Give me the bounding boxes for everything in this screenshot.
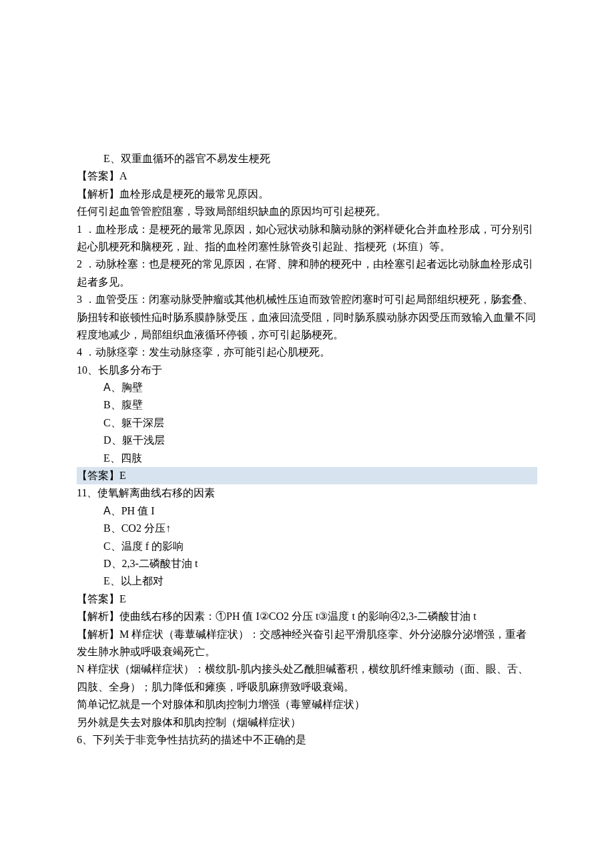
analysis-line: 【解析】血栓形成是梗死的最常见原因。 [77, 185, 537, 203]
analysis-line: 2 ．动脉栓塞：也是梗死的常见原因，在肾、脾和肺的梗死中，由栓塞引起者远比动脉血… [77, 256, 537, 291]
analysis-line: 1 ．血栓形成：是梗死的最常见原因，如心冠状动脉和脑动脉的粥样硬化合并血栓形成，… [77, 221, 537, 256]
analysis-line: 4 ．动脉痉挛：发生动脉痉挛，亦可能引起心肌梗死。 [77, 344, 537, 361]
question-10: 10、长肌多分布于 [77, 362, 537, 379]
analysis-line: 另外就是失去对腺体和肌肉控制（烟碱样症状） [77, 714, 537, 731]
analysis-line: 简单记忆就是一个对腺体和肌肉控制力增强（毒簟碱样症状） [77, 696, 537, 713]
option-c: C、温度 f 的影响 [77, 538, 537, 555]
analysis-line: 任何引起血管管腔阻塞，导致局部组织缺血的原因均可引起梗死。 [77, 203, 537, 220]
option-d: D、躯干浅层 [77, 432, 537, 449]
option-text: 、PH 值 I [111, 505, 155, 516]
analysis-line: 【解析】M 样症状（毒蕈碱样症状）：交感神经兴奋引起平滑肌痉挛、外分泌腺分泌增强… [77, 626, 537, 661]
option-a: A、PH 值 I [77, 502, 537, 520]
analysis-line: N 样症状（烟碱样症状）：横纹肌-肌内接头处乙酰胆碱蓄积，横纹肌纤维束颤动（面、… [77, 661, 537, 696]
answer-block-highlighted: 【答案】E [77, 467, 537, 484]
answer-block: 【答案】E [77, 590, 537, 608]
document-page: E、双重血循环的器官不易发生梗死 【答案】A 【解析】血栓形成是梗死的最常见原因… [0, 0, 614, 842]
option-text: 、胸壁 [111, 382, 143, 393]
option-d: D、2,3-二磷酸甘油 t [77, 555, 537, 572]
option-e: E、双重血循环的器官不易发生梗死 [77, 150, 537, 167]
option-letter: A [103, 505, 111, 516]
answer-block: 【答案】A [77, 167, 537, 185]
question-6: 6、下列关于非竞争性拮抗药的描述中不正确的是 [77, 731, 537, 749]
analysis-line: 3 ．血管受压：闭塞动脉受肿瘤或其他机械性压迫而致管腔闭塞时可引起局部组织梗死，… [77, 291, 537, 344]
option-c: C、躯干深层 [77, 414, 537, 432]
option-letter: A [103, 382, 111, 393]
option-a: A、胸壁 [77, 379, 537, 396]
analysis-line: 【解析】使曲线右移的因素：①PH 值 I②CO2 分压 t③温度 t 的影响④2… [77, 608, 537, 625]
option-e: E、四肢 [77, 450, 537, 467]
option-b: B、腹壁 [77, 396, 537, 414]
question-11: 11、使氧解离曲线右移的因素 [77, 484, 537, 502]
option-b: B、CO2 分压↑ [77, 520, 537, 537]
option-e: E、以上都对 [77, 572, 537, 590]
